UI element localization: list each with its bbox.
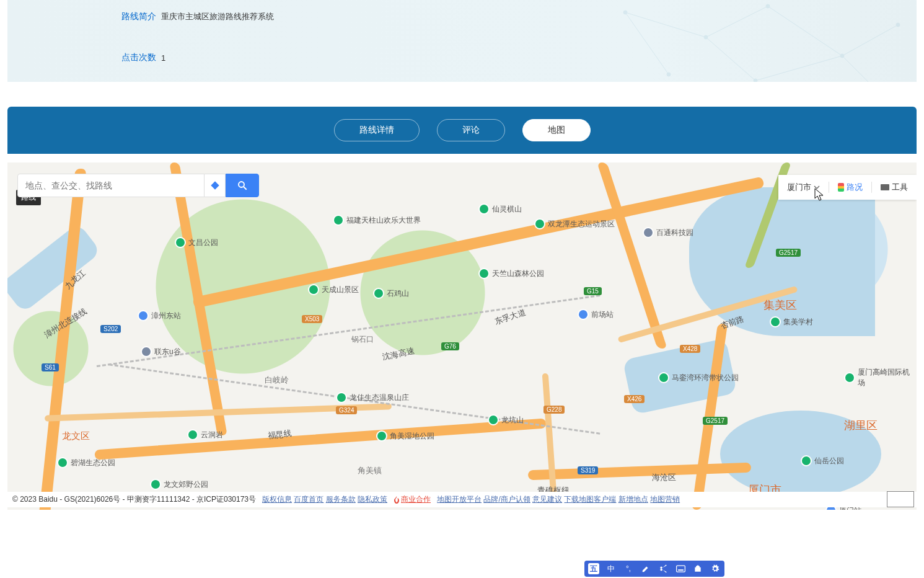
map-search-button[interactable]: [226, 174, 259, 197]
intro-label: 路线简介: [110, 11, 156, 22]
area-label: 角美镇: [358, 465, 382, 476]
poi-marker[interactable]: 双龙潭生态运动景区: [534, 218, 615, 229]
footer-link[interactable]: 百度首页: [294, 495, 323, 504]
poi-label: 文昌公园: [188, 238, 218, 248]
poi-marker[interactable]: 龙坑山: [488, 414, 524, 425]
tools-label: 工具: [892, 182, 908, 193]
poi-label: 双龙潭生态运动景区: [548, 219, 615, 229]
poi-label: 龙坑山: [501, 415, 524, 425]
poi-label: 百通科技园: [656, 228, 693, 238]
poi-marker[interactable]: 仙灵棋山: [478, 203, 522, 215]
poi-label: 马銮湾环湾带状公园: [672, 373, 739, 383]
road-shield: S61: [42, 363, 59, 371]
footer-link[interactable]: 版权信息: [262, 495, 292, 504]
poi-marker[interactable]: 马銮湾环湾带状公园: [658, 372, 739, 383]
footer-link[interactable]: 下载地图客户端: [564, 495, 616, 504]
poi-label: 联东u谷: [154, 347, 181, 357]
footer-link[interactable]: 服务条款: [326, 495, 356, 504]
poi-marker[interactable]: 天竺山森林公园: [478, 268, 544, 279]
poi-marker[interactable]: 文昌公园: [175, 237, 218, 248]
footer-link[interactable]: 品牌/商户认领: [483, 495, 530, 504]
intro-value: 重庆市主城区旅游路线推荐系统: [161, 11, 274, 22]
poi-icon: [658, 372, 669, 383]
footer-link[interactable]: 地图营销: [650, 495, 680, 504]
city-name: 厦门市: [787, 182, 811, 193]
road-shield: S319: [578, 466, 598, 474]
svg-point-11: [754, 79, 757, 82]
poi-marker[interactable]: 角美湿地公园: [376, 430, 434, 442]
poi-label: 碧湖生态公园: [71, 458, 115, 468]
svg-line-17: [244, 187, 247, 190]
tools-toggle[interactable]: 工具: [881, 182, 908, 193]
footer-link[interactable]: 地图开放平台: [437, 495, 482, 504]
map-top-controls: 厦门市 路况 工具: [778, 175, 917, 200]
zoom-control[interactable]: [887, 491, 914, 507]
road-shield: G15: [584, 287, 602, 295]
traffic-toggle[interactable]: 路况: [838, 182, 863, 193]
poi-marker[interactable]: 龙文郊野公园: [150, 479, 208, 490]
poi-icon: [478, 203, 490, 215]
traffic-label: 路况: [847, 182, 863, 193]
divider: [829, 182, 829, 193]
fire-icon: [394, 496, 400, 504]
tab-details[interactable]: 路线详情: [334, 119, 420, 141]
mouse-cursor: [814, 188, 825, 203]
footer-link[interactable]: 新增地点: [618, 495, 648, 504]
poi-marker[interactable]: 石鸡山: [373, 288, 409, 299]
promo-link[interactable]: 商业合作: [394, 494, 431, 505]
poi-marker[interactable]: 联东u谷: [141, 346, 181, 357]
poi-icon: [801, 455, 812, 466]
poi-marker[interactable]: 碧湖生态公园: [57, 457, 115, 468]
map-search-panel: [17, 174, 259, 197]
road-shield: G76: [441, 342, 459, 350]
map-search-input[interactable]: [17, 174, 205, 197]
tab-comments[interactable]: 评论: [437, 119, 505, 141]
poi-label: 云洞岩: [201, 430, 223, 440]
poi-marker[interactable]: 漳州东站: [138, 310, 181, 321]
footer-link[interactable]: 隐私政策: [358, 495, 387, 504]
poi-icon: [534, 218, 545, 229]
directions-icon: [210, 180, 220, 190]
divider: [871, 182, 872, 193]
poi-marker[interactable]: 集美学村: [770, 316, 813, 327]
poi-icon: [643, 227, 654, 238]
poi-marker[interactable]: 天成山景区: [308, 284, 359, 295]
poi-marker[interactable]: 厦门高崎国际机场: [844, 367, 917, 388]
map-container[interactable]: 集美区 厦门市 湖里区 龙文区 浦南镇 角美镇 白岐岭 锅石口 仙灵棋山双龙潭生…: [7, 162, 917, 510]
road-shield: G2517: [703, 417, 728, 425]
poi-label: 龙佳生态温泉山庄: [350, 393, 409, 403]
poi-icon: [336, 392, 347, 403]
poi-marker[interactable]: 百通科技园: [643, 227, 693, 238]
tab-map[interactable]: 地图: [522, 119, 591, 141]
area-label: 锅石口: [351, 334, 374, 345]
svg-point-15: [667, 73, 671, 76]
city-label-jimei: 集美区: [763, 298, 797, 313]
road-shield: X503: [302, 315, 322, 323]
clicks-label: 点击次数: [110, 52, 156, 63]
road-name: 海沧区: [652, 472, 676, 483]
road-shield: X426: [624, 395, 645, 403]
poi-marker[interactable]: 前场站: [578, 309, 614, 320]
poi-label: 前场站: [591, 309, 614, 320]
traffic-icon: [838, 183, 844, 192]
poi-marker[interactable]: 云洞岩: [187, 429, 223, 440]
clicks-value: 1: [161, 53, 165, 63]
route-info-panel: 路线简介 重庆市主城区旅游路线推荐系统 点击次数 1: [7, 0, 917, 82]
poi-marker[interactable]: 福建天柱山欢乐大世界: [333, 215, 421, 226]
poi-marker[interactable]: 仙岳公园: [801, 455, 844, 466]
road-shield: G228: [543, 406, 565, 414]
search-icon: [237, 180, 248, 191]
poi-icon: [187, 429, 198, 440]
poi-label: 龙文郊野公园: [164, 479, 208, 490]
city-label-longwen: 龙文区: [62, 430, 90, 442]
tools-icon: [881, 184, 889, 190]
poi-icon: [141, 346, 152, 357]
poi-icon: [844, 372, 855, 383]
poi-label: 石鸡山: [387, 288, 409, 299]
map-footer: © 2023 Baidu - GS(2021)6026号 - 甲测资字11111…: [7, 492, 917, 507]
directions-button[interactable]: [205, 174, 226, 197]
poi-label: 仙岳公园: [814, 456, 844, 466]
road-shield: S202: [100, 325, 121, 333]
footer-link[interactable]: 意见建议: [532, 495, 562, 504]
poi-marker[interactable]: 龙佳生态温泉山庄: [336, 392, 409, 403]
